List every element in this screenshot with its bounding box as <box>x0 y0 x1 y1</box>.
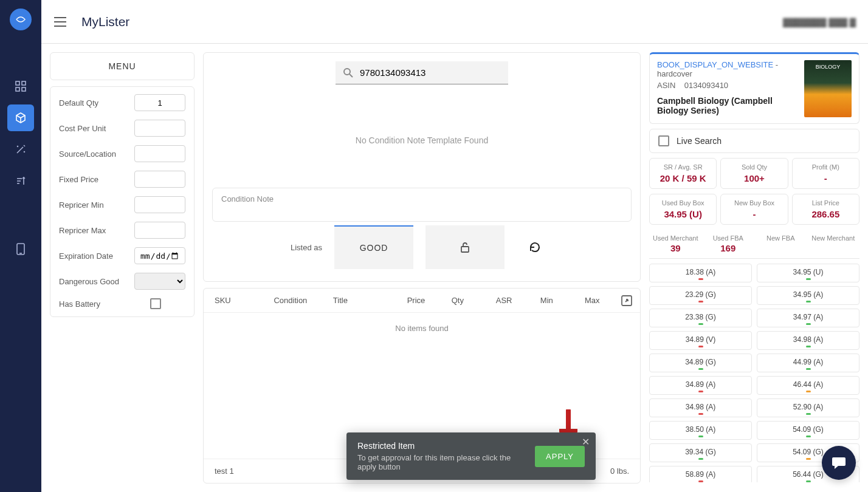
price-chip[interactable]: 39.34 (G) <box>649 443 752 462</box>
svg-rect-3 <box>22 87 26 91</box>
tab-used-fba[interactable]: Used FBA 169 <box>702 230 755 258</box>
main: MENU Default Qty Cost Per Unit Source/Lo… <box>41 44 868 492</box>
menu-button[interactable]: MENU <box>50 52 195 80</box>
nav-device-icon[interactable] <box>7 236 34 262</box>
tab-new-fba[interactable]: New FBA <box>754 230 807 258</box>
header: MyLister ▓▓▓▓▓▓▓ ▓▓▓ ▓ <box>41 0 868 44</box>
product-title: Campbell Biology (Campbell Biology Serie… <box>657 96 798 115</box>
th-sku: SKU <box>215 296 274 305</box>
source-input[interactable] <box>134 145 185 162</box>
fixed-price-label: Fixed Price <box>59 175 98 184</box>
search-box <box>336 61 508 84</box>
repricer-max-input[interactable] <box>134 222 185 239</box>
price-chip[interactable]: 18.38 (A) <box>649 264 752 282</box>
logo[interactable] <box>10 9 32 30</box>
nav-rail <box>0 0 41 492</box>
svg-rect-0 <box>16 81 19 85</box>
default-qty-input[interactable] <box>134 94 185 111</box>
price-chip[interactable]: 44.99 (A) <box>757 354 859 372</box>
price-chip[interactable]: 38.50 (A) <box>649 421 752 440</box>
toast-title: Restricted Item <box>357 441 526 451</box>
live-search-row: Live Search <box>649 129 859 153</box>
dangerous-label: Dangerous Good <box>59 277 119 286</box>
footer-batch-name: test 1 <box>215 466 234 476</box>
price-chip[interactable]: 34.95 (A) <box>757 286 859 305</box>
price-chip[interactable]: 52.90 (A) <box>757 398 859 417</box>
stat-list-price: List Price 286.65 <box>792 194 859 225</box>
nav-lister-icon[interactable] <box>7 104 34 131</box>
table-header: SKU Condition Title Price Qty ASR Min Ma… <box>204 289 640 313</box>
refresh-button[interactable] <box>517 229 553 265</box>
price-chip[interactable]: 23.38 (G) <box>649 309 752 327</box>
svg-line-12 <box>350 74 353 77</box>
stats-row-1: SR / Avg. SR 20 K / 59 K Sold Qty 100+ P… <box>649 158 859 189</box>
price-chip[interactable]: 34.98 (A) <box>649 398 752 417</box>
price-chip[interactable]: 34.97 (A) <box>757 309 859 327</box>
nav-dashboard-icon[interactable] <box>7 73 34 100</box>
live-search-checkbox[interactable] <box>658 135 669 146</box>
hamburger-icon[interactable] <box>53 16 67 27</box>
product-link[interactable]: BOOK_DISPLAY_ON_WEBSITE <box>657 60 773 69</box>
fixed-price-input[interactable] <box>134 171 185 188</box>
search-icon <box>343 67 354 78</box>
listed-as-label: Listed as <box>291 243 322 252</box>
cost-per-unit-label: Cost Per Unit <box>59 124 106 133</box>
price-chip[interactable]: 34.89 (A) <box>649 376 752 395</box>
tab-used-merchant[interactable]: Used Merchant 39 <box>649 230 702 258</box>
toast-subtitle: To get approval for this item please cli… <box>357 453 526 471</box>
lock-button[interactable] <box>425 225 505 269</box>
svg-rect-1 <box>22 81 26 85</box>
table-empty-message: No items found <box>204 313 640 344</box>
tab-new-merchant[interactable]: New Merchant <box>807 230 860 258</box>
expand-icon[interactable] <box>621 295 633 307</box>
nav-sort-icon[interactable] <box>7 168 34 194</box>
price-chip[interactable]: 34.95 (U) <box>757 264 859 282</box>
stats-row-2: Used Buy Box 34.95 (U) New Buy Box - Lis… <box>649 194 859 225</box>
th-title: Title <box>333 296 407 305</box>
product-panel: BOOK_DISPLAY_ON_WEBSITE - hardcover ASIN… <box>649 52 859 483</box>
price-chip[interactable]: 54.09 (G) <box>757 421 859 440</box>
th-condition: Condition <box>274 296 332 305</box>
product-image: BIOLOGY <box>804 60 852 117</box>
has-battery-checkbox[interactable] <box>150 298 161 309</box>
footer-weight: 0 lbs. <box>610 466 629 476</box>
condition-good-button[interactable]: GOOD <box>334 225 413 269</box>
condition-note-input[interactable]: Condition Note <box>212 188 632 222</box>
svg-rect-2 <box>16 87 19 91</box>
stat-new-buy-box: New Buy Box - <box>720 194 788 225</box>
has-battery-label: Has Battery <box>59 299 100 309</box>
source-label: Source/Location <box>59 149 116 159</box>
chat-button[interactable] <box>822 446 856 480</box>
dangerous-select[interactable] <box>134 273 185 290</box>
cost-per-unit-input[interactable] <box>134 120 185 137</box>
repricer-max-label: Repricer Max <box>59 226 106 235</box>
price-chip[interactable]: 23.29 (G) <box>649 286 752 305</box>
listing-card: No Condition Note Template Found Conditi… <box>203 52 641 282</box>
toast-close-icon[interactable]: ✕ <box>582 436 590 448</box>
svg-rect-13 <box>461 247 469 252</box>
price-chip[interactable]: 34.89 (G) <box>649 354 752 372</box>
asin-label: ASIN <box>657 81 675 90</box>
price-tabs: Used Merchant 39 Used FBA 169 New FBA Ne… <box>649 230 859 259</box>
stat-profit: Profit (M) - <box>792 158 859 189</box>
price-chip[interactable]: 46.44 (A) <box>757 376 859 395</box>
stat-used-buy-box: Used Buy Box 34.95 (U) <box>649 194 717 225</box>
price-chip[interactable]: 34.89 (V) <box>649 331 752 350</box>
nav-wand-icon[interactable] <box>7 136 34 163</box>
stat-sold-qty: Sold Qty 100+ <box>720 158 788 189</box>
price-col-used-merchant: 18.38 (A)23.29 (G)23.38 (G)34.89 (V)34.8… <box>649 264 752 482</box>
expiration-input[interactable] <box>134 247 185 264</box>
repricer-min-input[interactable] <box>134 196 185 213</box>
svg-point-4 <box>18 146 18 147</box>
th-price: Price <box>407 296 452 305</box>
th-min: Min <box>540 296 585 305</box>
price-chip[interactable]: 34.98 (A) <box>757 331 859 350</box>
search-input[interactable] <box>360 67 501 78</box>
th-qty: Qty <box>452 296 496 305</box>
product-card: BOOK_DISPLAY_ON_WEBSITE - hardcover ASIN… <box>649 52 859 124</box>
apply-button[interactable]: APPLY <box>535 446 585 467</box>
price-chip[interactable]: 58.89 (A) <box>649 466 752 482</box>
account-dropdown[interactable]: ▓▓▓▓▓▓▓ ▓▓▓ ▓ <box>783 17 856 27</box>
expiration-label: Expiration Date <box>59 251 113 261</box>
settings-column: MENU Default Qty Cost Per Unit Source/Lo… <box>50 52 195 483</box>
